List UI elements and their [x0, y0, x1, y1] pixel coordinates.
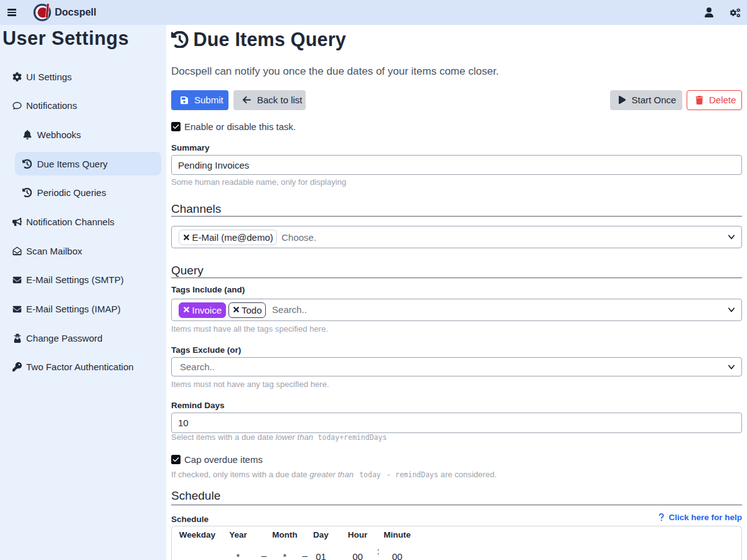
tag-chip-invoice[interactable]: Invoice: [179, 302, 226, 318]
col-month: Month: [270, 530, 301, 539]
back-to-list-button[interactable]: Back to list: [233, 90, 306, 110]
gear-icon: [12, 72, 22, 82]
user-secret-icon: [12, 334, 22, 343]
page-title-text: Due Items Query: [194, 29, 346, 50]
channels-header: Channels: [171, 202, 742, 215]
submit-button[interactable]: Submit: [171, 90, 228, 110]
schedule-hour-select[interactable]: 00: [344, 551, 372, 560]
delete-button[interactable]: Delete: [687, 90, 742, 110]
sidebar-item-label: Notifications: [26, 100, 77, 111]
cap-overdue-checkbox[interactable]: [171, 455, 181, 464]
tags-include-label: Tags Include (and): [171, 285, 742, 294]
schedule-table: Weekday Year Month Day Hour Minute * – *…: [171, 526, 742, 560]
intro-text: Docspell can notify you once the due dat…: [171, 65, 742, 77]
query-rule: [171, 278, 742, 278]
sidebar-item-label: Scan Mailbox: [26, 246, 82, 256]
envelope-open-icon: [12, 246, 22, 256]
tags-include-select[interactable]: Invoice Todo Search..: [171, 299, 742, 321]
remove-chip-icon[interactable]: [184, 235, 189, 240]
help-code: today+remindDays: [318, 433, 387, 442]
brand[interactable]: Docspell: [32, 2, 96, 22]
sidebar-item-e-mail-settings-smtp-[interactable]: E-Mail Settings (SMTP): [4, 268, 161, 292]
remind-days-input[interactable]: 10: [171, 413, 742, 433]
sidebar-item-change-password[interactable]: Change Password: [4, 326, 161, 350]
schedule-year-select[interactable]: *: [223, 551, 254, 560]
schedule-minute-select[interactable]: 00: [383, 551, 411, 560]
enable-task-checkbox[interactable]: [171, 122, 181, 131]
enable-task-label[interactable]: Enable or disable this task.: [184, 121, 296, 132]
sidebar-item-notification-channels[interactable]: Notification Channels: [4, 210, 161, 233]
schedule-day-select[interactable]: 01: [310, 551, 332, 560]
sidebar-item-ui-settings[interactable]: UI Settings: [4, 65, 161, 88]
sidebar-title: User Settings: [2, 27, 161, 49]
key-icon: [12, 362, 22, 371]
docspell-logo-icon: [32, 2, 52, 22]
tags-exclude-help: Items must not have any tag specified he…: [171, 380, 742, 390]
select-placeholder: Search..: [272, 304, 307, 315]
history-icon: [171, 31, 189, 49]
remind-days-help: Select items with a due date lower than …: [171, 433, 742, 442]
schedule-rule: [171, 505, 742, 505]
tag-chip-todo[interactable]: Todo: [228, 302, 266, 318]
sidebar-item-label: E-Mail Settings (SMTP): [26, 274, 124, 285]
help-text: Select items with a due date: [171, 432, 276, 442]
chevron-down-icon: [728, 307, 735, 312]
col-year: Year: [223, 530, 254, 539]
sidebar-item-scan-mailbox[interactable]: Scan Mailbox: [4, 239, 161, 263]
help-em: greater than: [309, 470, 354, 479]
envelope-icon: [12, 305, 22, 314]
check-icon: [172, 456, 179, 463]
start-once-button[interactable]: Start Once: [610, 90, 682, 110]
sidebar-item-due-items-query[interactable]: Due Items Query: [15, 152, 161, 175]
sidebar-item-label: Due Items Query: [37, 159, 108, 169]
schedule-label: Schedule: [171, 515, 742, 524]
button-label: Delete: [709, 95, 736, 105]
schedule-help-link[interactable]: Click here for help: [659, 513, 742, 522]
col-minute: Minute: [383, 530, 411, 539]
input-value: 10: [178, 418, 189, 428]
settings-menu-icon[interactable]: [729, 0, 741, 25]
chevron-down-icon: [728, 365, 735, 369]
summary-label: Summary: [171, 143, 742, 152]
save-icon: [180, 96, 189, 105]
schedule-month-select[interactable]: *: [270, 551, 301, 560]
play-icon: [618, 95, 626, 105]
menu-icon[interactable]: [7, 9, 16, 16]
channels-rule: [171, 216, 742, 217]
arrow-left-icon: [242, 95, 251, 105]
channels-select[interactable]: E-Mail (me@demo) Choose.: [171, 226, 742, 248]
sidebar-item-notifications[interactable]: Notifications: [4, 94, 161, 118]
sidebar-item-label: Webhooks: [37, 129, 82, 140]
schedule-date-separator: –: [301, 550, 309, 560]
sidebar-item-two-factor-authentication[interactable]: Two Factor Authentication: [4, 355, 161, 379]
tags-include-help: Items must have all the tags specified h…: [171, 325, 742, 334]
remove-chip-icon[interactable]: [184, 307, 189, 312]
topbar: Docspell: [0, 0, 747, 25]
user-menu-icon[interactable]: [705, 0, 713, 25]
sidebar-item-label: Two Factor Authentication: [26, 362, 134, 372]
remove-chip-icon[interactable]: [233, 307, 239, 312]
history-icon: [22, 188, 32, 197]
button-label: Start Once: [632, 95, 677, 105]
trash-icon: [695, 96, 703, 105]
chevron-down-icon: [728, 235, 735, 240]
sidebar-item-label: UI Settings: [26, 72, 72, 82]
sidebar-item-e-mail-settings-imap-[interactable]: E-Mail Settings (IMAP): [4, 297, 161, 321]
sidebar-item-webhooks[interactable]: Webhooks: [15, 123, 161, 146]
envelope-icon: [12, 276, 22, 284]
channel-chip[interactable]: E-Mail (me@demo): [179, 230, 277, 245]
schedule-header: Schedule: [171, 489, 742, 502]
main-content: Due Items Query Docspell can notify you …: [166, 25, 747, 560]
tags-exclude-select[interactable]: Search..: [171, 357, 742, 376]
col-weekday: Weekday: [179, 530, 216, 539]
cap-overdue-label[interactable]: Cap overdue items: [184, 454, 263, 465]
sidebar-item-label: Periodic Queries: [37, 187, 106, 198]
history-icon: [22, 159, 32, 169]
button-row: Submit Back to list Start Once Delete: [171, 90, 742, 110]
bell-icon: [22, 130, 32, 139]
cap-overdue-help: If checked, only items with a due date g…: [171, 470, 742, 480]
sidebar-item-periodic-queries[interactable]: Periodic Queries: [15, 181, 161, 205]
summary-help: Some human readable name, only for displ…: [171, 178, 742, 187]
summary-input[interactable]: Pending Invoices: [171, 155, 742, 175]
bullhorn-icon: [12, 217, 22, 226]
